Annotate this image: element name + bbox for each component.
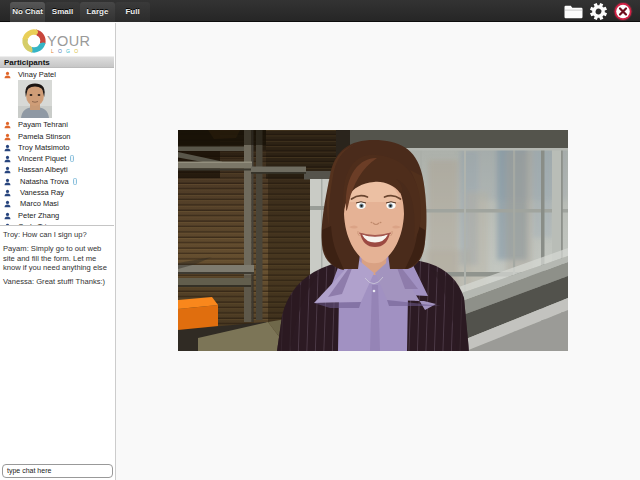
svg-text:LOGO: LOGO xyxy=(51,48,82,54)
svg-text:YOUR: YOUR xyxy=(47,33,91,49)
